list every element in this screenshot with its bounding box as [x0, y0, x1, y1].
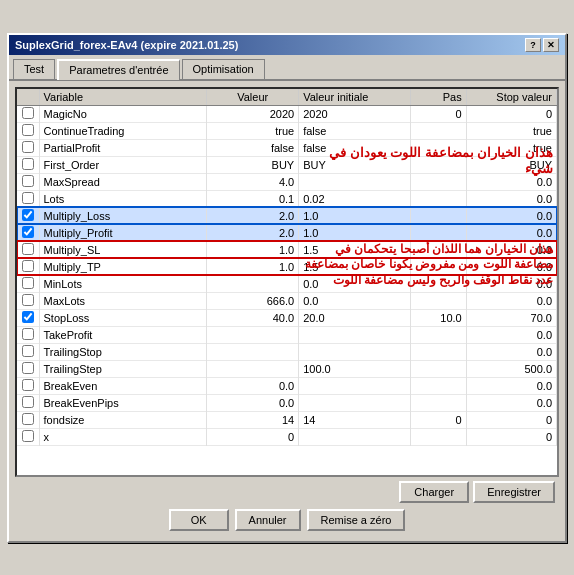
initial-cell: [299, 173, 411, 190]
table-row: ContinueTradingtruefalsetrue: [17, 122, 557, 139]
value-cell: 666.0: [207, 292, 299, 309]
row-checkbox[interactable]: [22, 226, 34, 238]
row-checkbox[interactable]: [22, 379, 34, 391]
step-cell: [410, 241, 466, 258]
row-checkbox[interactable]: [22, 396, 34, 408]
variable-cell: MaxSpread: [39, 173, 207, 190]
step-cell: [410, 156, 466, 173]
tab-optimisation[interactable]: Optimisation: [182, 59, 265, 79]
initial-cell: 1.0: [299, 207, 411, 224]
variable-cell: BreakEvenPips: [39, 394, 207, 411]
row-checkbox[interactable]: [22, 311, 34, 323]
table-row: Multiply_Profit2.01.00.0: [17, 224, 557, 241]
row-checkbox[interactable]: [22, 209, 34, 221]
row-checkbox[interactable]: [22, 107, 34, 119]
stop-cell: 0.0: [466, 326, 556, 343]
close-button[interactable]: ✕: [543, 38, 559, 52]
value-cell: BUY: [207, 156, 299, 173]
help-button[interactable]: ?: [525, 38, 541, 52]
variable-cell: TakeProfit: [39, 326, 207, 343]
value-cell: [207, 275, 299, 292]
step-cell: [410, 258, 466, 275]
table-row: TrailingStep100.0500.0: [17, 360, 557, 377]
step-cell: [410, 275, 466, 292]
variable-cell: fondsize: [39, 411, 207, 428]
row-checkbox[interactable]: [22, 141, 34, 153]
initial-cell: BUY: [299, 156, 411, 173]
row-checkbox[interactable]: [22, 345, 34, 357]
parameters-table-container[interactable]: Variable Valeur Valeur initiale Pas Stop…: [15, 87, 559, 477]
stop-cell: 0.0: [466, 224, 556, 241]
row-checkbox[interactable]: [22, 328, 34, 340]
table-row: Lots0.10.020.0: [17, 190, 557, 207]
stop-cell: 0: [466, 105, 556, 122]
variable-cell: First_Order: [39, 156, 207, 173]
col-header-valeur-initiale: Valeur initiale: [299, 89, 411, 106]
variable-cell: Multiply_Profit: [39, 224, 207, 241]
step-cell: [410, 377, 466, 394]
row-checkbox[interactable]: [22, 362, 34, 374]
value-cell: 2020: [207, 105, 299, 122]
row-checkbox[interactable]: [22, 124, 34, 136]
stop-cell: 0.0: [466, 207, 556, 224]
value-cell: 0.0: [207, 394, 299, 411]
ok-button[interactable]: OK: [169, 509, 229, 531]
table-row: PartialProfitfalsefalsetrue: [17, 139, 557, 156]
action-buttons-row: Charger Enregistrer: [15, 477, 559, 503]
step-cell: [410, 190, 466, 207]
initial-cell: 20.0: [299, 309, 411, 326]
stop-cell: true: [466, 139, 556, 156]
row-checkbox[interactable]: [22, 430, 34, 442]
table-row: Multiply_TP1.01.50.0: [17, 258, 557, 275]
step-cell: [410, 122, 466, 139]
table-row: StopLoss40.020.010.070.0: [17, 309, 557, 326]
row-checkbox[interactable]: [22, 413, 34, 425]
value-cell: 2.0: [207, 207, 299, 224]
row-checkbox[interactable]: [22, 260, 34, 272]
col-header-stop: Stop valeur: [466, 89, 556, 106]
row-checkbox[interactable]: [22, 175, 34, 187]
stop-cell: true: [466, 122, 556, 139]
step-cell: [410, 343, 466, 360]
initial-cell: 0.02: [299, 190, 411, 207]
initial-cell: [299, 326, 411, 343]
step-cell: [410, 326, 466, 343]
variable-cell: MaxLots: [39, 292, 207, 309]
stop-cell: 0.0: [466, 394, 556, 411]
row-checkbox[interactable]: [22, 158, 34, 170]
step-cell: [410, 394, 466, 411]
step-cell: 0: [410, 105, 466, 122]
step-cell: [410, 224, 466, 241]
titlebar-buttons: ? ✕: [525, 38, 559, 52]
variable-cell: MinLots: [39, 275, 207, 292]
initial-cell: [299, 428, 411, 445]
remise-a-zero-button[interactable]: Remise a zéro: [307, 509, 406, 531]
row-checkbox[interactable]: [22, 294, 34, 306]
stop-cell: 0: [466, 428, 556, 445]
enregistrer-button[interactable]: Enregistrer: [473, 481, 555, 503]
table-row: Multiply_Loss2.01.00.0: [17, 207, 557, 224]
row-checkbox[interactable]: [22, 243, 34, 255]
initial-cell: [299, 377, 411, 394]
table-row: fondsize141400: [17, 411, 557, 428]
value-cell: 14: [207, 411, 299, 428]
table-row: MinLots0.00.0: [17, 275, 557, 292]
variable-cell: MagicNo: [39, 105, 207, 122]
step-cell: [410, 292, 466, 309]
tab-test[interactable]: Test: [13, 59, 55, 79]
table-row: x00: [17, 428, 557, 445]
tab-parametres[interactable]: Parametres d'entrée: [57, 59, 179, 80]
stop-cell: 0.0: [466, 241, 556, 258]
annuler-button[interactable]: Annuler: [235, 509, 301, 531]
value-cell: 0.1: [207, 190, 299, 207]
charger-button[interactable]: Charger: [399, 481, 469, 503]
row-checkbox[interactable]: [22, 192, 34, 204]
table-row: BreakEven0.00.0: [17, 377, 557, 394]
value-cell: 0: [207, 428, 299, 445]
value-cell: 1.0: [207, 241, 299, 258]
tab-content: هذان الخياران بمضاعفة اللوت يعودان في شي…: [9, 81, 565, 541]
initial-cell: 14: [299, 411, 411, 428]
stop-cell: 0.0: [466, 190, 556, 207]
row-checkbox[interactable]: [22, 277, 34, 289]
col-header-check: [17, 89, 39, 106]
